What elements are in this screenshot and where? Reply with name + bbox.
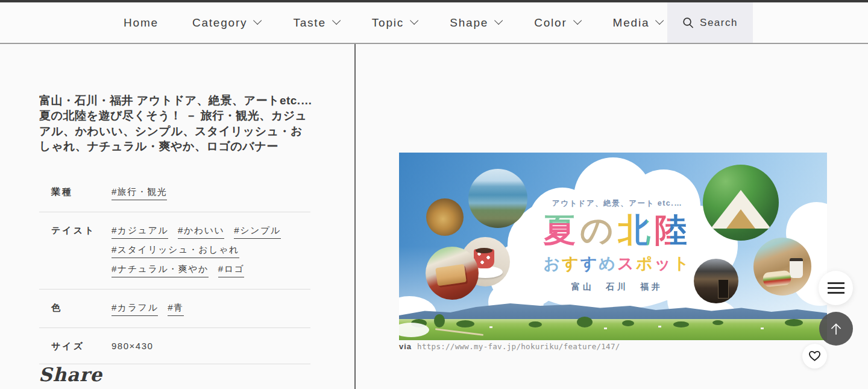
nav-media-label: Media [613,16,650,30]
taste-tags: #カジュアル #かわいい #シンプル #スタイリッシュ・おしゃれ #ナチュラル・… [112,225,310,277]
source-url-link[interactable]: https://www.my-fav.jp/hokuriku/feature/1… [417,342,620,351]
source-line: via https://www.my-fav.jp/hokuriku/featu… [399,342,620,351]
back-to-top-button[interactable] [819,312,853,346]
arrow-up-icon [828,321,844,337]
color-tags: #カラフル #青 [112,302,310,316]
hamburger-menu-icon [828,292,844,294]
nav-shape-label: Shape [450,16,488,30]
spec-label-color: 色 [51,302,112,314]
spec-row-industry: 業種 #旅行・観光 [39,174,310,212]
industry-tags: #旅行・観光 [112,186,310,200]
spec-table: 業種 #旅行・観光 テイスト #カジュアル #かわいい #シンプル #スタイリッ… [39,174,310,364]
spec-label-size: サイズ [51,341,112,352]
size-value: 980×430 [112,341,153,351]
banner-detail-title: 富山・石川・福井 アウトドア、絶景、アートetc.… 夏の北陸を遊び尽くそう！ … [39,93,313,154]
spec-row-size: サイズ 980×430 [39,328,310,364]
nav-color-label: Color [534,16,567,30]
chevron-down-icon [253,16,262,24]
banner-image[interactable]: アウトドア、絶景、アート etc.… 夏の北陸 おすすめスポット 富山 石川 福… [399,153,827,340]
chevron-down-icon [573,16,582,24]
search-button-label: Search [700,17,738,29]
heart-outline-icon [808,350,821,362]
chevron-down-icon [332,16,341,24]
tree-shape [712,320,723,325]
nav-home-label: Home [124,16,159,30]
nav-topic-label: Topic [372,16,404,30]
tag-industry-travel[interactable]: #旅行・観光 [112,186,167,200]
house-speck [761,327,764,329]
tag-taste-simple[interactable]: #シンプル [234,225,280,239]
house-speck [489,326,492,328]
hamburger-menu-icon [828,282,844,284]
search-button[interactable]: Search [667,2,753,43]
nav-item-taste[interactable]: Taste [293,16,338,30]
tag-color-blue[interactable]: #青 [168,302,183,316]
nav-item-topic[interactable]: Topic [372,16,416,30]
tag-taste-casual[interactable]: #カジュアル [112,225,168,239]
favorite-button[interactable] [802,344,827,368]
tree-shape [456,320,474,327]
nav-taste-label: Taste [293,16,326,30]
tag-taste-kawaii[interactable]: #かわいい [178,225,224,239]
chevron-down-icon [655,16,664,24]
tree-shape [577,317,593,327]
house-speck [604,327,607,329]
size-value-wrap: 980×430 [112,341,310,351]
nav-category-label: Category [192,16,248,30]
nav-item-shape[interactable]: Shape [450,16,500,30]
nav-item-category[interactable]: Category [192,16,260,30]
tag-color-colorful[interactable]: #カラフル [112,302,158,316]
tag-taste-stylish[interactable]: #スタイリッシュ・おしゃれ [112,244,239,258]
chevron-down-icon [494,16,503,24]
tree-shape [785,319,803,326]
tag-taste-natural[interactable]: #ナチュラル・爽やか [112,264,209,277]
spec-row-color: 色 #カラフル #青 [39,289,310,328]
nav-item-color[interactable]: Color [534,16,579,30]
menu-button[interactable] [819,271,853,305]
spec-label-industry: 業種 [51,186,112,198]
share-heading: Share [39,364,102,385]
via-label: via [399,342,412,351]
vertical-divider [354,44,356,389]
banner-regions: 富山 石川 福井 [399,282,827,293]
nav-item-media[interactable]: Media [613,16,662,30]
spec-label-taste: テイスト [51,225,112,236]
nav-item-home[interactable]: Home [124,16,159,30]
banner-subtitle: おすすめスポット [399,253,827,274]
spec-row-taste: テイスト #カジュアル #かわいい #シンプル #スタイリッシュ・おしゃれ #ナ… [39,212,310,289]
hamburger-menu-icon [828,287,844,289]
banner-tagline: アウトドア、絶景、アート etc.… [399,198,827,209]
tree-shape [529,321,542,327]
search-icon [682,17,694,28]
chevron-down-icon [410,16,418,24]
tree-shape [673,321,689,327]
banner-main-title: 夏の北陸 [399,210,827,249]
tree-shape [622,320,634,326]
house-speck [658,326,661,327]
tree-shape [434,314,445,327]
tag-taste-logo[interactable]: #ロゴ [218,264,245,277]
